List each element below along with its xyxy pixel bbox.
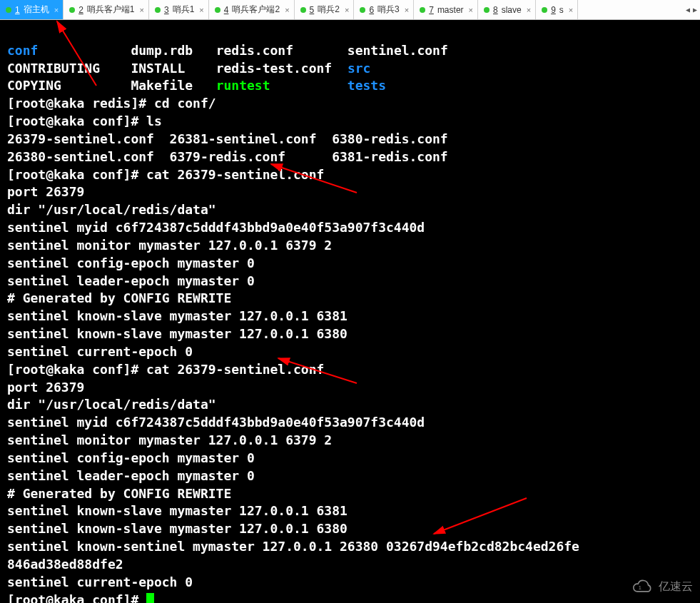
tab-9[interactable]: 9 s× [536, 0, 578, 19]
tab-3[interactable]: 3 哨兵1× [149, 0, 209, 19]
output-line: sentinel known-slave mymaster 127.0.0.1 … [7, 308, 348, 323]
tab-label: 哨兵2 [318, 4, 340, 16]
tab-number: 3 [164, 5, 169, 15]
status-dot-icon [300, 7, 306, 13]
tab-label: master [437, 5, 464, 15]
tab-1[interactable]: 1 宿主机× [0, 0, 64, 19]
output-line: sentinel myid c6f724387c5dddf43bbd9a0e40… [7, 220, 425, 235]
prompt: [root@kaka conf]# [7, 167, 138, 182]
tab-number: 2 [78, 5, 83, 15]
status-dot-icon [69, 7, 75, 13]
watermark-text: 亿速云 [659, 579, 693, 594]
ls-file: COPYING [7, 78, 61, 93]
tab-4[interactable]: 4 哨兵客户端2× [209, 0, 295, 19]
output-line: 846ad38ed88dfe2 [7, 557, 123, 572]
tab-label: 哨兵1 [173, 4, 195, 16]
status-dot-icon [360, 7, 365, 13]
output-line: port 26379 [7, 184, 84, 199]
close-icon[interactable]: × [469, 6, 473, 14]
close-icon[interactable]: × [527, 6, 531, 14]
output-line: port 26379 [7, 380, 84, 395]
tab-label: s [559, 5, 564, 15]
output-line: sentinel current-epoch 0 [7, 574, 193, 589]
status-dot-icon [420, 7, 425, 13]
ls-file: CONTRIBUTING [7, 61, 100, 76]
tab-8[interactable]: 8 slave× [478, 0, 536, 19]
tab-number: 1 [15, 5, 20, 15]
tab-label: 哨兵3 [377, 4, 400, 16]
ls-file: sentinel.conf [348, 43, 448, 58]
prompt: [root@kaka conf]# [7, 113, 138, 128]
prompt: [root@kaka conf]# [7, 592, 138, 604]
close-icon[interactable]: × [405, 6, 409, 14]
watermark: 1 亿速云 [630, 579, 693, 594]
prompt: [root@kaka redis]# [7, 96, 146, 111]
output-line: sentinel monitor mymaster 127.0.0.1 6379… [7, 238, 332, 253]
ls-file: redis-test.conf [216, 61, 333, 76]
status-dot-icon [6, 7, 11, 13]
tab-2[interactable]: 2 哨兵客户端1× [64, 0, 149, 19]
output-line: 26380-sentinel.conf 6379-redis.conf 6381… [7, 149, 448, 164]
output-line: sentinel config-epoch mymaster 0 [7, 255, 255, 270]
tab-5[interactable]: 5 哨兵2× [295, 0, 355, 19]
output-line: # Generated by CONFIG REWRITE [7, 290, 231, 305]
tab-label: 哨兵客户端1 [87, 4, 135, 16]
tab-label: 哨兵客户端2 [232, 4, 280, 16]
prompt: [root@kaka conf]# [7, 362, 138, 377]
ls-file: dump.rdb [131, 43, 193, 58]
terminal[interactable]: conf dump.rdb redis.conf sentinel.conf C… [0, 20, 700, 603]
ls-dir-conf: conf [7, 43, 38, 58]
cmd: cat 26379-sentinel.conf [146, 167, 324, 182]
close-icon[interactable]: × [199, 6, 203, 14]
ls-file: INSTALL [131, 61, 185, 76]
tab-scroll-left-icon[interactable]: ◀ [686, 6, 690, 14]
output-line: 26379-sentinel.conf 26381-sentinel.conf … [7, 131, 448, 146]
output-line: sentinel monitor mymaster 127.0.0.1 6379… [7, 432, 332, 447]
output-line: dir "/usr/local/redis/data" [7, 202, 216, 217]
cmd: ls [146, 113, 162, 128]
cmd: cd conf/ [154, 96, 216, 111]
output-line: sentinel known-slave mymaster 127.0.0.1 … [7, 326, 348, 341]
tab-number: 5 [310, 5, 315, 15]
ls-dir-src: src [348, 61, 371, 76]
tab-7[interactable]: 7 master× [414, 0, 478, 19]
watermark-cloud-icon: 1 [630, 579, 654, 594]
close-icon[interactable]: × [285, 6, 289, 14]
status-dot-icon [484, 7, 490, 13]
tab-number: 4 [224, 5, 229, 15]
close-icon[interactable]: × [140, 6, 144, 14]
svg-text:1: 1 [639, 584, 641, 591]
status-dot-icon [542, 7, 547, 13]
output-line: sentinel known-slave mymaster 127.0.0.1 … [7, 503, 348, 518]
tab-bar: 1 宿主机×2 哨兵客户端1×3 哨兵1×4 哨兵客户端2×5 哨兵2×6 哨兵… [0, 0, 700, 20]
close-icon[interactable]: × [54, 6, 59, 14]
output-line: sentinel config-epoch mymaster 0 [7, 450, 255, 465]
output-line: sentinel current-epoch 0 [7, 344, 193, 359]
ls-dir-tests: tests [348, 78, 386, 93]
output-line: dir "/usr/local/redis/data" [7, 397, 216, 412]
output-line: sentinel myid c6f724387c5dddf43bbd9a0e40… [7, 415, 425, 430]
tab-number: 7 [429, 5, 434, 15]
ls-file: redis.conf [216, 43, 293, 58]
output-line: sentinel leader-epoch mymaster 0 [7, 468, 255, 483]
status-dot-icon [155, 7, 161, 13]
output-line: sentinel leader-epoch mymaster 0 [7, 273, 255, 288]
tab-label: 宿主机 [24, 4, 49, 16]
output-line: # Generated by CONFIG REWRITE [7, 486, 231, 501]
tab-scroll-right-icon[interactable]: ▶ [693, 6, 697, 14]
status-dot-icon [215, 7, 220, 13]
tab-label: slave [502, 5, 522, 15]
cursor-icon [146, 593, 154, 604]
ls-exec-runtest: runtest [216, 78, 270, 93]
ls-file: Makefile [131, 78, 193, 93]
tab-6[interactable]: 6 哨兵3× [354, 0, 414, 19]
tab-number: 9 [551, 5, 556, 15]
output-line: sentinel known-slave mymaster 127.0.0.1 … [7, 521, 348, 536]
tab-number: 8 [493, 5, 498, 15]
close-icon[interactable]: × [345, 6, 349, 14]
output-line: sentinel known-sentinel mymaster 127.0.0… [7, 539, 579, 554]
tab-number: 6 [369, 5, 374, 15]
tab-scroll-nav: ◀ ▶ [683, 0, 700, 19]
close-icon[interactable]: × [569, 6, 573, 14]
cmd: cat 26379-sentinel.conf [146, 362, 324, 377]
